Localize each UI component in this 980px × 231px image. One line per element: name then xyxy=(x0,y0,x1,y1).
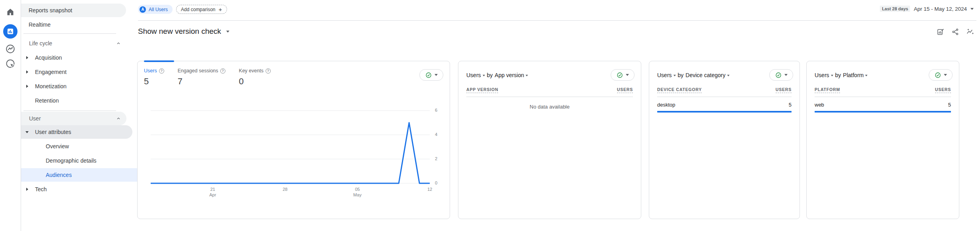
report-title-dropdown[interactable]: Show new version check xyxy=(138,27,229,36)
metric-tabs: Users? 5 Engaged sessions? 7 Key events?… xyxy=(138,61,450,87)
sidebar-item-user-attributes[interactable]: User attributes xyxy=(21,125,132,139)
sidebar-item-reports-snapshot[interactable]: Reports snapshot xyxy=(21,4,126,17)
chevron-down-icon xyxy=(673,75,676,76)
sidebar-item-label: Retention xyxy=(35,97,59,104)
sidebar-item-demographic-details[interactable]: Demographic details xyxy=(21,154,143,167)
chevron-up-icon[interactable] xyxy=(116,116,121,121)
dimension-dropdown[interactable]: Platform xyxy=(843,72,867,78)
users-overview-card: Users? 5 Engaged sessions? 7 Key events?… xyxy=(137,61,450,219)
advertising-icon[interactable] xyxy=(5,58,16,69)
plus-icon: + xyxy=(219,6,222,12)
table-row: web 5 xyxy=(815,97,951,108)
metric-dropdown[interactable]: Users xyxy=(466,72,485,78)
dimension-dropdown[interactable]: App version xyxy=(495,72,528,78)
sidebar-section-life-cycle[interactable]: Life cycle xyxy=(21,37,126,50)
segment-chips-row: A All Users Add comparison + xyxy=(138,5,227,14)
sidebar-item-acquisition[interactable]: Acquisition xyxy=(21,51,132,64)
chevron-down-icon xyxy=(526,75,528,76)
data-quality-badge[interactable] xyxy=(419,69,443,81)
date-range-text: Apr 15 - May 12, 2024 xyxy=(914,6,967,12)
share-icon[interactable] xyxy=(951,28,959,36)
add-comparison-label: Add comparison xyxy=(181,7,215,12)
expand-arrow-icon[interactable] xyxy=(26,85,28,88)
table-row: desktop 5 xyxy=(657,97,792,108)
dimension-column-header: PLATFORM xyxy=(815,87,840,93)
data-quality-badge[interactable] xyxy=(769,69,793,81)
chevron-down-icon xyxy=(626,74,629,76)
section-title: User xyxy=(29,115,41,122)
by-label: by xyxy=(678,72,684,78)
sidebar-item-audiences-selected[interactable]: Audiences xyxy=(21,168,143,182)
chevron-down-icon xyxy=(435,74,438,76)
users-by-platform-card: Users by Platform PLATFORM USERS web 5 xyxy=(806,61,959,219)
dimension-column-header: DEVICE CATEGORY xyxy=(657,87,702,93)
sidebar-item-label: Engagement xyxy=(35,69,66,75)
metric-dropdown[interactable]: Users xyxy=(815,72,833,78)
tab-users[interactable]: Users? 5 xyxy=(144,68,164,87)
metric-value: 5 xyxy=(789,102,792,108)
row-bar-track xyxy=(657,111,792,113)
section-title: Life cycle xyxy=(29,40,52,47)
reports-icon-active[interactable] xyxy=(3,24,17,39)
date-range-selector[interactable]: Last 28 days Apr 15 - May 12, 2024 xyxy=(880,6,974,12)
table-header: DEVICE CATEGORY USERS xyxy=(657,87,792,97)
check-circle-icon xyxy=(935,72,941,78)
sidebar-item-label: Tech xyxy=(35,186,47,192)
tab-label: Key events xyxy=(239,68,264,74)
chevron-down-icon xyxy=(944,74,947,76)
chevron-down-icon xyxy=(865,75,867,76)
collapse-arrow-icon[interactable] xyxy=(25,131,29,133)
metric-value: 5 xyxy=(144,76,164,87)
dimension-dropdown[interactable]: Device category xyxy=(685,72,729,78)
home-icon[interactable] xyxy=(6,7,15,17)
users-line-chart xyxy=(151,106,430,185)
by-label: by xyxy=(835,72,841,78)
table-header: PLATFORM USERS xyxy=(815,87,951,97)
by-label: by xyxy=(487,72,493,78)
expand-arrow-icon[interactable] xyxy=(26,56,28,59)
table-header: APP VERSION USERS xyxy=(466,87,633,97)
metric-value: 5 xyxy=(948,102,951,108)
add-comparison-button[interactable]: Add comparison + xyxy=(176,5,227,14)
all-users-segment-chip[interactable]: A All Users xyxy=(138,5,173,14)
help-icon[interactable]: ? xyxy=(266,68,271,74)
chevron-down-icon xyxy=(831,75,833,76)
help-icon[interactable]: ? xyxy=(159,68,164,74)
users-line-chart-area: 0246 21Apr2805May12 xyxy=(151,106,449,201)
sidebar-section-user[interactable]: User xyxy=(21,112,126,125)
sidebar-item-label: Realtime xyxy=(29,21,50,28)
metric-value: 0 xyxy=(239,76,271,87)
dimension-value: web xyxy=(815,102,824,108)
users-by-device-category-card: Users by Device category DEVICE CATEGORY… xyxy=(649,61,800,219)
metric-column-header: USERS xyxy=(617,87,633,93)
sidebar-item-retention[interactable]: Retention xyxy=(21,94,132,107)
data-quality-badge[interactable] xyxy=(929,69,953,81)
ga4-audiences-report: Reports snapshot Realtime Life cycle Acq… xyxy=(0,0,980,231)
customize-report-icon[interactable] xyxy=(937,28,945,36)
explore-icon[interactable] xyxy=(5,44,16,54)
sidebar-item-monetization[interactable]: Monetization xyxy=(21,80,132,93)
insights-icon[interactable] xyxy=(966,27,974,36)
sidebar-item-tech[interactable]: Tech xyxy=(21,182,132,196)
expand-arrow-icon[interactable] xyxy=(26,188,28,191)
tab-label: Users xyxy=(144,68,157,74)
sidebar-item-label: Overview xyxy=(46,143,69,149)
tab-key-events[interactable]: Key events? 0 xyxy=(239,68,271,87)
data-quality-badge[interactable] xyxy=(611,69,635,81)
nav-divider xyxy=(23,33,116,34)
y-axis-labels: 0246 xyxy=(434,106,446,189)
metric-value: 7 xyxy=(178,76,225,87)
tab-engaged-sessions[interactable]: Engaged sessions? 7 xyxy=(178,68,225,87)
sidebar-item-realtime[interactable]: Realtime xyxy=(21,18,126,31)
metric-dropdown[interactable]: Users xyxy=(657,72,676,78)
help-icon[interactable]: ? xyxy=(220,68,225,74)
sidebar-item-label: Monetization xyxy=(35,83,66,89)
expand-arrow-icon[interactable] xyxy=(26,70,28,74)
sidebar-item-engagement[interactable]: Engagement xyxy=(21,65,132,79)
chevron-up-icon[interactable] xyxy=(116,41,121,46)
sidebar-item-overview[interactable]: Overview xyxy=(21,140,143,153)
row-bar xyxy=(815,111,951,113)
app-icon-rail xyxy=(0,0,21,231)
check-circle-icon xyxy=(425,72,432,78)
no-data-message: No data available xyxy=(458,104,641,110)
